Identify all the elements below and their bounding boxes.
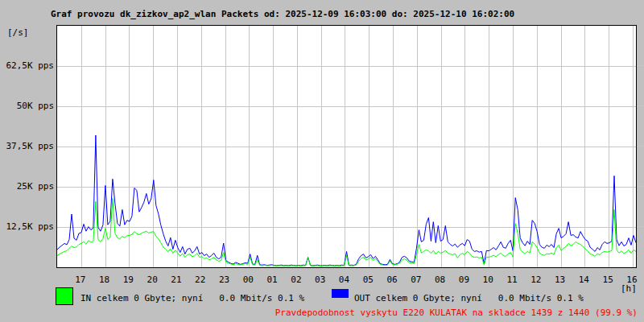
- traffic-graph-page: Graf provozu dk_zizkov_ap2_wlan Packets …: [0, 0, 644, 322]
- x-tick-label: 04: [335, 275, 353, 285]
- series-line-out: [57, 135, 636, 266]
- out-series-swatch: [332, 289, 349, 298]
- x-tick-label: 03: [312, 275, 329, 285]
- right-grid-tick: [637, 146, 644, 147]
- x-tick-label: 23: [216, 275, 233, 285]
- x-tick-label: 10: [479, 275, 497, 285]
- x-tick-label: 13: [551, 275, 569, 285]
- graph-title: Graf provozu dk_zizkov_ap2_wlan Packets …: [51, 9, 514, 19]
- availability-note: Pravdepodobnost vyskytu E220 KULATAK na …: [275, 308, 638, 318]
- x-tick-label: 05: [359, 275, 377, 285]
- x-tick-label: 01: [263, 275, 281, 285]
- right-grid-tick: [637, 105, 644, 106]
- y-tick-label: 62,5K pps: [5, 60, 54, 71]
- chart-canvas: [57, 26, 636, 267]
- x-tick-label: 15: [599, 275, 617, 285]
- x-tick-label: 08: [431, 275, 449, 285]
- y-axis-unit-label: [/s]: [7, 27, 29, 38]
- x-tick-label: 14: [575, 275, 592, 285]
- x-tick-label: 00: [239, 275, 257, 285]
- y-tick-label: 50K pps: [5, 101, 54, 111]
- x-tick-label: 12: [527, 275, 545, 285]
- right-grid-tick: [637, 226, 644, 227]
- x-tick-label: 07: [407, 275, 425, 285]
- in-series-swatch: [56, 287, 73, 305]
- x-tick-label: 22: [192, 275, 209, 285]
- y-tick-label: 37,5K pps: [5, 141, 54, 151]
- x-tick-label: 06: [383, 275, 401, 285]
- right-grid-tick: [637, 186, 644, 187]
- x-tick-label: 02: [287, 275, 305, 285]
- x-tick-label: 21: [167, 275, 185, 285]
- x-tick-label: 11: [503, 275, 521, 285]
- plot-area: [56, 25, 637, 268]
- x-tick-label: 17: [72, 275, 89, 285]
- in-series-label: IN celkem 0 Gbyte; nyní 0.0 Mbit/s 0.1 %: [80, 293, 304, 303]
- right-grid-tick: [637, 65, 644, 66]
- out-series-label: OUT celkem 0 Gbyte; nyní 0.0 Mbit/s 0.1 …: [354, 293, 584, 303]
- x-tick-label: 19: [119, 275, 137, 285]
- x-tick-label: 09: [455, 275, 473, 285]
- y-tick-label: 25K pps: [5, 181, 54, 192]
- y-tick-label: 12,5K pps: [5, 221, 54, 232]
- x-axis-unit-label: [h]: [621, 283, 637, 294]
- x-tick-label: 20: [143, 275, 161, 285]
- x-tick-label: 18: [96, 275, 114, 285]
- series-line-in: [57, 198, 636, 266]
